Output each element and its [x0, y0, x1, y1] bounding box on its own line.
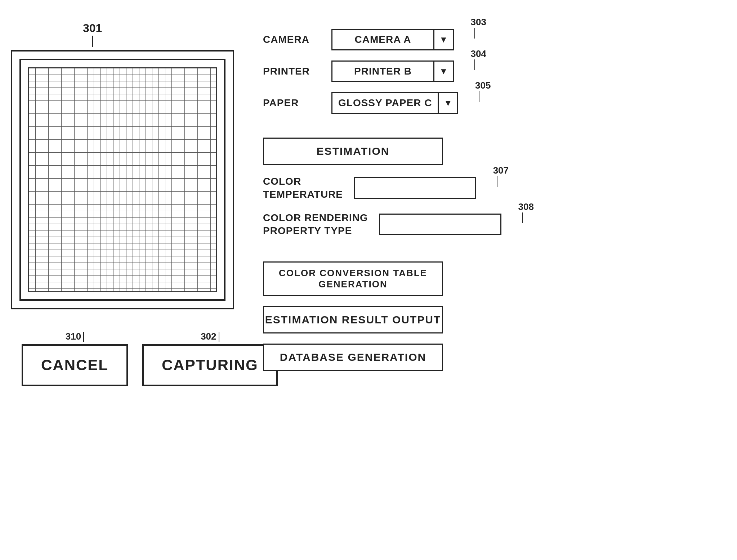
camera-dropdown[interactable]: CAMERA A ▼ [331, 29, 454, 50]
paper-label: PAPER [263, 97, 321, 109]
paper-value: GLOSSY PAPER C [332, 97, 438, 109]
ref-label-308: 308 [518, 201, 534, 212]
printer-dropdown[interactable]: PRINTER B ▼ [331, 61, 454, 82]
estimation-result-button[interactable]: ESTIMATION RESULT OUTPUT [263, 306, 443, 333]
ref-label-303: 303 [471, 17, 486, 28]
ref-label-310: 310 [66, 331, 81, 342]
ref-label-304: 304 [471, 48, 486, 59]
database-generation-button[interactable]: DATABASE GENERATION [263, 344, 443, 371]
camera-dropdown-arrow[interactable]: ▼ [433, 30, 453, 49]
printer-dropdown-arrow[interactable]: ▼ [433, 62, 453, 81]
grid-pattern [28, 67, 217, 292]
color-temperature-box [354, 177, 476, 199]
ref-label-305: 305 [475, 80, 491, 91]
cancel-button[interactable]: CANCEL [22, 344, 128, 386]
color-rendering-box [379, 214, 501, 235]
ref-label-307: 307 [493, 165, 509, 176]
paper-dropdown[interactable]: GLOSSY PAPER C ▼ [331, 92, 458, 114]
color-conversion-button[interactable]: COLOR CONVERSION TABLE GENERATION [263, 261, 443, 296]
paper-dropdown-arrow[interactable]: ▼ [438, 93, 457, 113]
camera-label: CAMERA [263, 34, 321, 45]
estimation-button[interactable]: ESTIMATION [263, 138, 443, 165]
camera-value: CAMERA A [332, 34, 433, 45]
camera-view-outer [11, 50, 234, 309]
printer-value: PRINTER B [332, 66, 433, 77]
capturing-button[interactable]: CAPTURING [142, 344, 278, 386]
color-temperature-label: COLOR TEMPERATURE [263, 175, 343, 201]
ref-label-301: 301 [83, 22, 102, 35]
printer-label: PRINTER [263, 66, 321, 77]
color-rendering-label: COLOR RENDERING PROPERTY TYPE [263, 211, 368, 238]
ref-label-302: 302 [201, 331, 216, 342]
camera-view-inner [19, 59, 225, 301]
